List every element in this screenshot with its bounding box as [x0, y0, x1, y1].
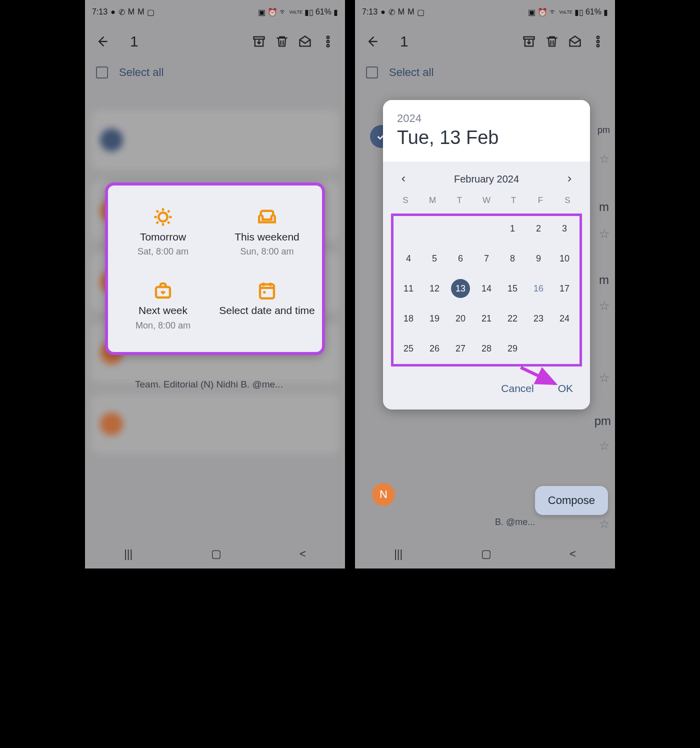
picker-selected-date: Tue, 13 Feb: [397, 127, 576, 148]
svg-point-7: [263, 291, 266, 294]
right-screenshot: 7:13 ● ✆ M M ▢ ▣ ⏰ ᯤ VoLTE ▮▯ 61% ▮ 1: [355, 0, 615, 568]
mail-snippet: Team. Editorial (N) Nidhi B. @me...: [135, 379, 283, 390]
snooze-weekend-sub: Sun, 8:00 am: [240, 246, 294, 257]
calendar-day[interactable]: 28: [474, 339, 500, 358]
recents-icon[interactable]: |||: [394, 548, 402, 560]
mail-snippet: B. @me...: [495, 517, 535, 528]
calendar-day[interactable]: 23: [526, 309, 552, 328]
dow-label: W: [473, 196, 500, 206]
calendar-day[interactable]: 25: [396, 339, 422, 358]
system-nav-bar: ||| ▢ <: [355, 540, 615, 568]
calendar-day[interactable]: 27: [448, 339, 474, 358]
compose-button[interactable]: Compose: [535, 486, 608, 515]
calendar-day[interactable]: 20: [448, 309, 474, 328]
calendar-day[interactable]: 2: [526, 219, 552, 238]
star-icon[interactable]: ☆: [599, 371, 610, 385]
sun-icon: [152, 206, 174, 228]
calendar-day[interactable]: 7: [474, 249, 500, 268]
picker-year[interactable]: 2024: [397, 112, 576, 125]
calendar-day[interactable]: 29: [500, 339, 526, 358]
calendar-day[interactable]: 17: [552, 279, 578, 298]
couch-icon: [256, 206, 278, 228]
calendar-day[interactable]: 16: [526, 279, 552, 298]
star-icon[interactable]: ☆: [599, 439, 610, 453]
calendar-empty: .: [448, 219, 474, 238]
snooze-nextweek-sub: Mon, 8:00 am: [136, 320, 190, 331]
text-fragment: m: [599, 200, 609, 214]
date-picker-header: 2024 Tue, 13 Feb: [383, 100, 590, 162]
calendar-empty: .: [396, 219, 422, 238]
calendar-day[interactable]: 11: [396, 279, 422, 298]
calendar-day[interactable]: 12: [422, 279, 448, 298]
time-pm-label: pm: [594, 414, 611, 428]
calendar-day[interactable]: 19: [422, 309, 448, 328]
calendar-icon: [256, 280, 278, 301]
home-icon[interactable]: ▢: [211, 548, 222, 560]
calendar-day[interactable]: 26: [422, 339, 448, 358]
star-icon[interactable]: ☆: [599, 227, 610, 241]
next-month-icon[interactable]: [563, 172, 576, 186]
calendar-day[interactable]: 5: [422, 249, 448, 268]
calendar-day[interactable]: 18: [396, 309, 422, 328]
back-nav-icon[interactable]: <: [570, 548, 576, 560]
snooze-tomorrow[interactable]: Tomorrow Sat, 8:00 am: [111, 198, 215, 266]
calendar-highlight: ....123456789101112131415161718192021222…: [391, 214, 582, 366]
recents-icon[interactable]: |||: [124, 548, 132, 560]
calendar-day[interactable]: 14: [474, 279, 500, 298]
system-nav-bar: ||| ▢ <: [85, 540, 345, 568]
svg-rect-6: [260, 284, 274, 298]
calendar-empty: .: [422, 219, 448, 238]
day-of-week-header: SMTWTFS: [383, 188, 590, 210]
date-picker: 2024 Tue, 13 Feb February 2024 SMTWTFS .…: [383, 100, 590, 410]
star-icon[interactable]: ☆: [599, 152, 610, 166]
text-fragment: m: [599, 273, 609, 287]
snooze-weekend-title: This weekend: [234, 230, 300, 244]
dow-label: F: [527, 196, 554, 206]
calendar-day[interactable]: 9: [526, 249, 552, 268]
svg-point-4: [158, 212, 168, 222]
snooze-custom[interactable]: Select date and time: [215, 271, 319, 340]
calendar-day[interactable]: 1: [500, 219, 526, 238]
annotation-arrow: [518, 364, 563, 388]
snooze-tomorrow-title: Tomorrow: [140, 230, 186, 244]
calendar-day[interactable]: 15: [500, 279, 526, 298]
snooze-options-popup: Tomorrow Sat, 8:00 am This weekend Sun, …: [105, 182, 325, 355]
avatar-n: N: [372, 483, 395, 506]
dow-label: T: [500, 196, 527, 206]
calendar-day[interactable]: 22: [500, 309, 526, 328]
calendar-grid: ....123456789101112131415161718192021222…: [396, 219, 578, 358]
calendar-day[interactable]: 8: [500, 249, 526, 268]
dow-label: T: [446, 196, 473, 206]
time-pm-label: pm: [598, 125, 610, 136]
star-icon[interactable]: ☆: [599, 517, 610, 531]
calendar-day[interactable]: 24: [552, 309, 578, 328]
dow-label: S: [392, 196, 419, 206]
snooze-tomorrow-sub: Sat, 8:00 am: [138, 246, 188, 257]
snooze-weekend[interactable]: This weekend Sun, 8:00 am: [215, 198, 319, 266]
calendar-day[interactable]: 13: [451, 279, 470, 298]
calendar-day[interactable]: 3: [552, 219, 578, 238]
calendar-day[interactable]: 10: [552, 249, 578, 268]
picker-month-label: February 2024: [454, 174, 519, 185]
prev-month-icon[interactable]: [397, 172, 410, 186]
calendar-day[interactable]: 21: [474, 309, 500, 328]
calendar-day[interactable]: 6: [448, 249, 474, 268]
snooze-nextweek-title: Next week: [138, 304, 188, 317]
home-icon[interactable]: ▢: [481, 548, 492, 560]
star-icon[interactable]: ☆: [599, 299, 610, 313]
snooze-custom-title: Select date and time: [219, 304, 314, 317]
dow-label: M: [419, 196, 446, 206]
left-screenshot: 7:13 ● ✆ M M ▢ ▣ ⏰ ᯤ VoLTE ▮▯ 61% ▮ 1: [85, 0, 345, 568]
svg-line-12: [520, 368, 554, 384]
calendar-empty: .: [474, 219, 500, 238]
back-nav-icon[interactable]: <: [300, 548, 306, 560]
snooze-nextweek[interactable]: Next week Mon, 8:00 am: [111, 271, 215, 340]
calendar-day[interactable]: 4: [396, 249, 422, 268]
dow-label: S: [554, 196, 581, 206]
briefcase-icon: [152, 280, 174, 301]
